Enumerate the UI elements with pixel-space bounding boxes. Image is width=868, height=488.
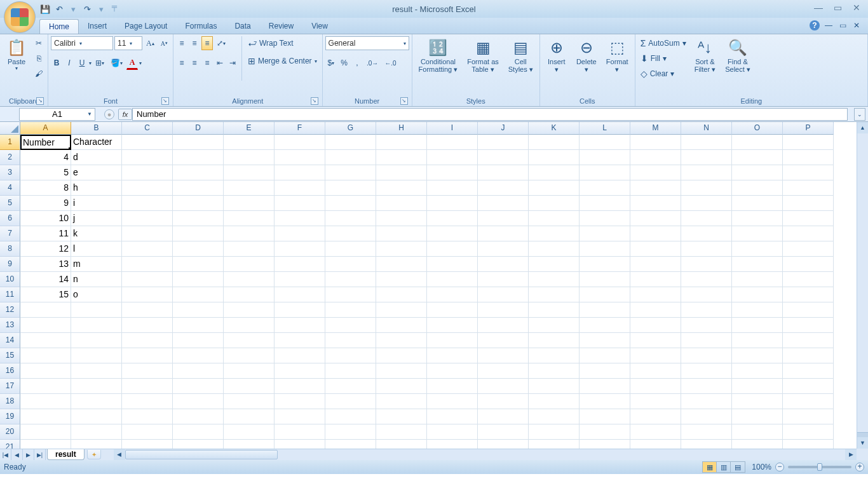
cell[interactable] [427,226,478,241]
column-header[interactable]: P [783,122,834,135]
cell[interactable] [376,257,427,272]
cell[interactable] [122,363,173,379]
cell[interactable] [580,287,630,302]
cell[interactable]: 13 [20,257,71,272]
cell[interactable] [580,394,630,409]
fx-button[interactable]: fx [118,109,132,120]
bold-button[interactable]: B [51,56,62,70]
cell[interactable] [122,394,173,409]
tab-review[interactable]: Review [260,19,302,34]
cell[interactable] [275,302,325,318]
cell[interactable] [529,196,580,211]
tab-view[interactable]: View [302,19,337,34]
cell[interactable]: 11 [20,226,71,241]
row-header[interactable]: 11 [0,287,20,302]
scroll-up-button[interactable]: ▲ [857,122,868,133]
cell[interactable] [173,165,224,180]
tab-insert[interactable]: Insert [79,19,116,34]
align-right-button[interactable]: ≡ [201,56,213,70]
cell[interactable] [478,165,529,180]
cell[interactable] [732,409,783,424]
cell[interactable] [478,241,529,257]
cell[interactable] [427,333,478,348]
cell[interactable]: i [71,196,122,211]
cell[interactable] [580,196,630,211]
vertical-scrollbar[interactable]: ▲ ▼ [857,122,868,449]
cell[interactable] [681,135,732,150]
accounting-format-button[interactable]: $ ▾ [325,56,337,70]
cell[interactable] [783,180,834,196]
cell[interactable] [783,333,834,348]
cell[interactable] [325,226,376,241]
cell[interactable] [376,302,427,318]
cell[interactable] [732,318,783,333]
cell[interactable] [529,226,580,241]
cell[interactable] [173,333,224,348]
cell[interactable] [325,272,376,287]
cell[interactable] [173,135,224,150]
page-break-view-button[interactable]: ▤ [731,462,745,472]
cell[interactable] [275,272,325,287]
cell[interactable] [122,211,173,226]
cell[interactable] [630,241,681,257]
cell[interactable] [224,272,275,287]
cell[interactable] [630,394,681,409]
cell[interactable]: 10 [20,211,71,226]
cell[interactable] [580,272,630,287]
cell[interactable] [376,241,427,257]
cell[interactable] [224,394,275,409]
help-icon[interactable]: ? [810,20,820,30]
cell[interactable] [529,333,580,348]
cell[interactable] [122,226,173,241]
cell[interactable] [325,302,376,318]
cell[interactable]: e [71,165,122,180]
cell[interactable] [783,196,834,211]
office-button[interactable] [4,1,36,33]
cell[interactable] [20,348,71,363]
cell[interactable] [681,409,732,424]
cell[interactable] [630,211,681,226]
expand-formula-bar[interactable]: ⌄ [854,108,865,121]
cell[interactable]: Character [71,135,122,150]
cell[interactable] [783,226,834,241]
cell[interactable] [376,424,427,440]
row-header[interactable]: 6 [0,211,20,226]
cell[interactable] [681,394,732,409]
cell[interactable] [580,333,630,348]
dialog-launcher[interactable]: ↘ [36,97,44,105]
column-header[interactable]: F [275,122,325,135]
cell[interactable] [71,424,122,440]
column-header[interactable]: M [630,122,681,135]
page-layout-view-button[interactable]: ▥ [717,462,731,472]
cell[interactable] [376,165,427,180]
cell[interactable] [783,379,834,394]
align-top-button[interactable]: ≡ [176,36,187,50]
cell[interactable] [376,333,427,348]
save-icon[interactable]: 💾 [39,3,51,15]
cell[interactable]: h [71,180,122,196]
cell[interactable] [630,424,681,440]
cell[interactable] [275,135,325,150]
cell[interactable] [732,241,783,257]
first-sheet-button[interactable]: |◀ [0,449,11,460]
cell[interactable]: k [71,226,122,241]
cell[interactable] [529,135,580,150]
font-size-combo[interactable]: 11▾ [114,36,142,50]
cell[interactable] [783,409,834,424]
zoom-in-button[interactable]: + [855,463,864,471]
cell[interactable] [681,165,732,180]
cut-button[interactable]: ✂ [32,36,45,50]
cell[interactable] [478,272,529,287]
cell[interactable] [275,196,325,211]
tab-data[interactable]: Data [226,19,259,34]
cell[interactable] [122,287,173,302]
cell[interactable] [224,135,275,150]
row-header[interactable]: 16 [0,363,20,379]
cell[interactable] [529,241,580,257]
cell[interactable] [681,196,732,211]
zoom-out-button[interactable]: − [775,463,784,471]
decrease-indent-button[interactable]: ⇤ [214,56,226,70]
cell[interactable] [275,241,325,257]
cell[interactable] [173,409,224,424]
tab-home[interactable]: Home [39,19,79,34]
